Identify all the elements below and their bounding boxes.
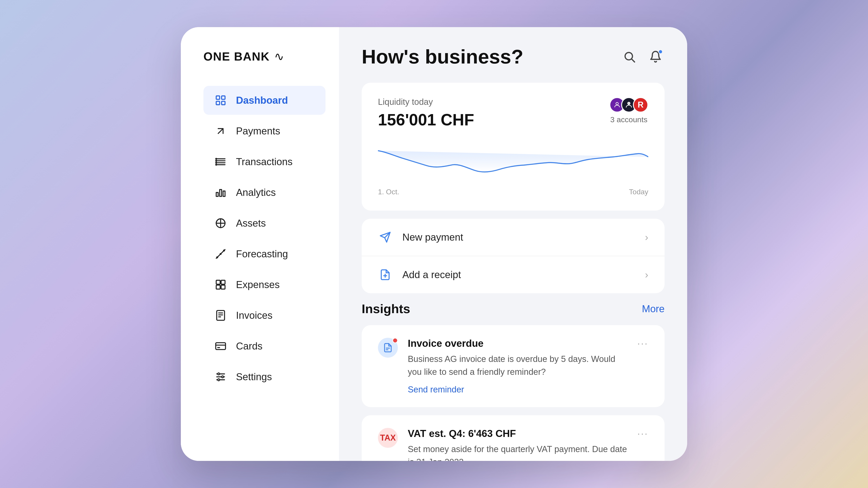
new-payment-action[interactable]: New payment › [362,219,664,256]
sidebar-label-transactions: Transactions [236,156,292,167]
notification-badge [658,50,663,54]
dashboard-icon [213,93,228,107]
svg-point-42 [218,379,220,381]
sidebar-item-forecasting[interactable]: Forecasting [204,239,326,268]
sidebar-label-invoices: Invoices [236,310,272,321]
sidebar-item-expenses[interactable]: Expenses [204,270,326,299]
quick-actions-card: New payment › Add a receipt [362,219,664,293]
sidebar-item-analytics[interactable]: Analytics [204,178,326,207]
liquidity-card: Liquidity today 156'001 CHF [362,83,664,210]
sidebar-label-cards: Cards [236,340,262,352]
new-payment-label: New payment [402,232,463,243]
svg-rect-1 [221,96,225,99]
svg-rect-2 [216,101,220,105]
svg-rect-14 [220,190,222,196]
svg-point-10 [216,160,217,161]
avatars-row: R [610,97,648,112]
liquidity-header: Liquidity today 156'001 CHF [378,97,648,129]
svg-point-47 [628,103,629,104]
sidebar-item-dashboard[interactable]: Dashboard [204,86,326,115]
svg-rect-26 [216,281,220,284]
logo-waveform-icon: ∿ [274,50,284,63]
expenses-icon [213,278,228,292]
invoice-overdue-desc: Business AG invoice date is overdue by 5… [408,353,627,379]
insight-card-vat: TAX VAT est. Q4: 6'463 CHF Set money asi… [362,415,664,461]
svg-point-11 [216,162,217,163]
new-payment-icon [378,230,393,245]
svg-rect-0 [216,96,220,99]
app-container: ONE BANK ∿ Dashboard [181,27,687,461]
insight-top-invoice: Invoice overdue Business AG invoice date… [378,338,648,394]
svg-point-9 [216,158,217,159]
analytics-icon [213,185,228,200]
add-receipt-action[interactable]: Add a receipt › [362,256,664,293]
sidebar-item-transactions[interactable]: Transactions [204,147,326,176]
new-payment-chevron: › [645,232,648,243]
new-payment-left: New payment [378,230,463,245]
insights-title: Insights [362,301,410,316]
sidebar-label-settings: Settings [236,371,272,383]
svg-line-4 [218,129,223,133]
svg-point-41 [221,376,223,378]
avatar-3: R [633,97,648,112]
send-reminder-link[interactable]: Send reminder [408,385,464,394]
svg-rect-27 [221,281,225,284]
svg-rect-29 [221,285,225,289]
sidebar-item-invoices[interactable]: Invoices [204,301,326,330]
logo: ONE BANK ∿ [204,50,326,63]
invoices-icon [213,308,228,323]
account-avatars: R 3 accounts [610,97,648,124]
insight-icon-wrap-invoice [378,338,398,358]
insights-header: Insights More [362,301,664,316]
liquidity-label: Liquidity today [378,97,474,107]
svg-point-12 [216,164,217,165]
vat-menu[interactable]: ··· [637,428,648,439]
settings-icon [213,369,228,384]
insight-content-vat: VAT est. Q4: 6'463 CHF Set money aside f… [408,428,627,461]
sidebar-item-cards[interactable]: Cards [204,332,326,361]
sidebar-label-forecasting: Forecasting [236,248,288,260]
assets-icon [213,216,228,230]
sidebar-item-payments[interactable]: Payments [204,117,326,145]
overdue-red-dot [393,338,398,343]
search-button[interactable] [620,48,638,66]
svg-rect-3 [221,101,225,105]
liquidity-info: Liquidity today 156'001 CHF [378,97,474,129]
sidebar-label-expenses: Expenses [236,279,280,290]
invoice-overdue-menu[interactable]: ··· [637,338,648,349]
tax-icon: TAX [378,428,398,448]
payments-icon [213,124,228,138]
vat-desc: Set money aside for the quarterly VAT pa… [408,443,627,461]
svg-point-45 [616,102,618,105]
invoice-overdue-title: Invoice overdue [408,338,627,349]
add-receipt-chevron: › [645,269,648,281]
liquidity-chart [378,136,648,186]
page-title: How's business? [362,45,523,68]
insight-content-invoice: Invoice overdue Business AG invoice date… [408,338,627,394]
svg-rect-28 [216,285,220,289]
liquidity-value: 156'001 CHF [378,110,474,129]
main-content: How's business? [339,27,687,461]
sidebar-label-payments: Payments [236,125,280,137]
sidebar-label-dashboard: Dashboard [236,95,288,106]
app-name: ONE BANK [204,50,270,63]
svg-line-44 [632,59,635,62]
chart-start-label: 1. Oct. [378,188,399,196]
chart-svg [378,136,648,186]
page-header: How's business? [362,45,664,68]
add-receipt-label: Add a receipt [402,269,461,281]
vat-title: VAT est. Q4: 6'463 CHF [408,428,627,439]
insight-icon-wrap-vat: TAX [378,428,398,448]
forecasting-icon [213,247,228,261]
sidebar-item-settings[interactable]: Settings [204,362,326,391]
insight-card-invoice-overdue: Invoice overdue Business AG invoice date… [362,325,664,407]
svg-rect-13 [216,193,218,196]
svg-point-40 [218,373,220,375]
sidebar-item-assets[interactable]: Assets [204,209,326,238]
sidebar-label-analytics: Analytics [236,187,276,198]
notifications-button[interactable] [647,48,664,66]
add-receipt-icon [378,267,393,282]
header-actions [620,48,664,66]
sidebar: ONE BANK ∿ Dashboard [181,27,339,461]
insights-more-link[interactable]: More [642,303,664,315]
